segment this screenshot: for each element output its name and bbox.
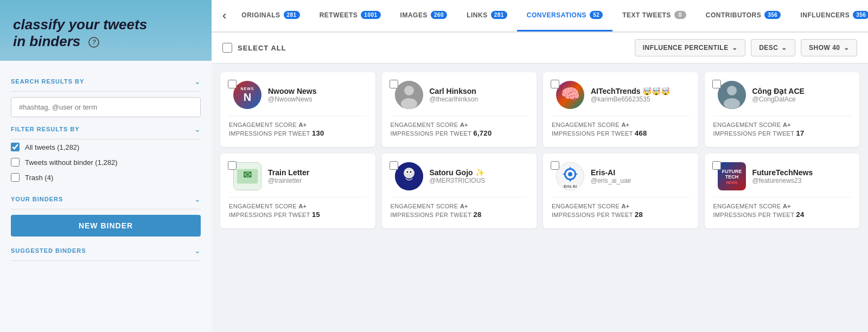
user-info-carl: Carl Hinkson @thecarlhinkson [430,87,478,103]
card-train-user: ✉ Train Letter @trainletter [229,162,367,190]
tab-images-label: IMAGES [400,11,427,19]
user-info-satoru: Satoru Gojo ✨ @MER3TRICIOUS [430,168,486,184]
filter-collapse[interactable]: ⌄ [194,125,201,133]
sidebar: classify your tweets in binders ? SEARCH… [0,0,212,332]
card-carl-checkbox[interactable] [390,80,398,88]
tab-influencers[interactable]: INFLUENCERS 356 [790,0,868,31]
select-all-checkbox[interactable] [222,43,232,53]
card-nwoow-checkbox[interactable] [228,80,237,88]
impressions-label: IMPRESSIONS PER TWEET 130 [229,129,367,137]
tab-retweets[interactable]: RETWEETS 1001 [310,0,391,31]
card-cong-user: Công Đạt ACE @CongDatAce [713,81,851,109]
card-satoru-gojo: Satoru Gojo ✨ @MER3TRICIOUS ENGAGEMENT S… [382,154,537,228]
engagement-label: ENGAGEMENT SCORE A+ [713,203,851,209]
user-name-nwoow: Nwoow News [268,87,316,95]
card-stats-eris: ENGAGEMENT SCORE A+ IMPRESSIONS PER TWEE… [552,197,690,220]
tab-conversations[interactable]: CONVERSATIONS 52 [517,0,612,31]
card-aitech-checkbox[interactable] [551,80,559,88]
tab-text-tweets[interactable]: TEXT TWEETS 0 [612,0,696,31]
impressions-label: IMPRESSIONS PER TWEET 24 [713,210,851,219]
tab-influencers-badge: 356 [853,11,868,19]
toolbar-right: INFLUENCE PERCENTILE ⌄ DESC ⌄ SHOW 40 ⌄ [635,39,857,56]
filter-trash-label: Trash (4) [25,174,53,182]
svg-point-2 [401,98,417,109]
filter-all-tweets: All tweets (1,282) [11,139,201,155]
tab-text-tweets-badge: 0 [674,11,686,19]
user-name-cong: Công Đạt ACE [752,87,805,95]
tab-retweets-badge: 1001 [361,11,380,19]
card-train-checkbox[interactable] [228,161,237,170]
tab-influencers-label: INFLUENCERS [800,11,850,19]
sidebar-body: SEARCH RESULTS BY ⌄ FILTER RESULTS BY ⌄ … [0,61,212,332]
tab-originals-label: ORIGINALS [241,11,280,19]
filter-without-checkbox[interactable] [11,158,20,167]
tab-links-label: LINKS [467,11,488,19]
suggested-collapse[interactable]: ⌄ [194,246,201,255]
avatar-aitech: 🧠 [556,81,584,109]
user-name-aitech: AITechTrends 🤯🤯🤯 [591,87,670,95]
user-handle-nwoow: @NwoowNews [268,95,316,103]
user-info-train: Train Letter @trainletter [268,168,309,184]
engagement-label: ENGAGEMENT SCORE A+ [229,203,367,209]
show-count-label: SHOW 40 [809,44,840,52]
order-label: DESC [759,44,778,52]
card-aitech-trends: 🧠 AITechTrends 🤯🤯🤯 @karimBe65623535 ENGA… [543,72,698,147]
search-results-collapse[interactable]: ⌄ [194,77,201,86]
filter-all-checkbox[interactable] [11,143,20,151]
search-input[interactable] [11,97,201,117]
impressions-label: IMPRESSIONS PER TWEET 17 [713,129,851,137]
user-handle-eris: @eris_ai_uae [591,177,631,184]
tab-contributors-badge: 356 [764,11,781,19]
letter-envelope-icon: ✉ [234,162,261,190]
binders-collapse[interactable]: ⌄ [194,195,201,203]
card-stats-carl: ENGAGEMENT SCORE A+ IMPRESSIONS PER TWEE… [391,116,528,138]
filter-section: FILTER RESULTS BY ⌄ [11,117,201,139]
card-aitech-user: 🧠 AITechTrends 🤯🤯🤯 @karimBe65623535 [552,81,690,109]
user-handle-carl: @thecarlhinkson [430,95,478,103]
user-info-eris: Eris-AI @eris_ai_uae [591,168,631,184]
user-name-satoru: Satoru Gojo ✨ [430,168,486,177]
card-future-checkbox[interactable] [712,161,721,170]
card-cong-dat: Công Đạt ACE @CongDatAce ENGAGEMENT SCOR… [705,72,860,147]
svg-text:FUTURE: FUTURE [722,169,742,174]
back-button[interactable]: ‹ [217,0,232,31]
tab-contributors[interactable]: CONTRIBUTORS 356 [696,0,791,31]
user-handle-satoru: @MER3TRICIOUS [430,177,486,184]
future-tech-logo-icon: FUTURE TECH NEWS [718,162,746,190]
card-train-letter: ✉ Train Letter @trainletter ENGAGEMENT S… [220,154,375,228]
card-cong-checkbox[interactable] [712,80,721,88]
card-stats-train: ENGAGEMENT SCORE A+ IMPRESSIONS PER TWEE… [229,197,367,220]
tab-images-badge: 260 [431,11,447,19]
svg-point-1 [404,86,414,95]
search-results-label: SEARCH RESULTS BY [11,78,84,85]
order-dropdown[interactable]: DESC ⌄ [751,39,795,56]
chevron-down-icon: ⌄ [781,44,787,52]
tab-originals[interactable]: ORIGINALS 281 [232,0,309,31]
card-stats-cong: ENGAGEMENT SCORE A+ IMPRESSIONS PER TWEE… [713,116,851,138]
influence-percentile-dropdown[interactable]: INFLUENCE PERCENTILE ⌄ [635,39,746,56]
engagement-label: ENGAGEMENT SCORE A+ [713,122,851,128]
card-eris-checkbox[interactable] [551,161,559,170]
tab-images[interactable]: IMAGES 260 [391,0,457,31]
user-handle-train: @trainletter [268,177,309,184]
chevron-down-icon: ⌄ [194,195,201,203]
avatar-future: FUTURE TECH NEWS [718,162,746,190]
filter-trash-checkbox[interactable] [11,173,20,182]
card-carl-hinkson: Carl Hinkson @thecarlhinkson ENGAGEMENT … [382,72,537,147]
show-count-dropdown[interactable]: SHOW 40 ⌄ [801,39,857,56]
tab-originals-badge: 281 [284,11,300,19]
binders-section: YOUR BINDERS ⌄ [11,187,201,209]
impressions-label: IMPRESSIONS PER TWEET 6,720 [391,129,528,137]
suggested-label: SUGGESTED BINDERS [11,247,86,254]
filter-without-label: Tweets without binder (1,282) [25,158,118,167]
svg-text:Eris AI: Eris AI [564,184,577,189]
user-handle-aitech: @karimBe65623535 [591,95,670,103]
new-binder-button[interactable]: NEW BINDER [11,215,201,237]
user-name-train: Train Letter [268,168,309,177]
tab-links[interactable]: LINKS 281 [457,0,517,31]
card-stats-aitech: ENGAGEMENT SCORE A+ IMPRESSIONS PER TWEE… [552,116,690,138]
svg-point-19 [568,172,572,176]
card-satoru-checkbox[interactable] [390,161,398,170]
help-icon[interactable]: ? [88,37,99,48]
card-eris-ai: Eris AI Eris-AI @eris_ai_uae ENGAGEMENT … [543,154,698,228]
